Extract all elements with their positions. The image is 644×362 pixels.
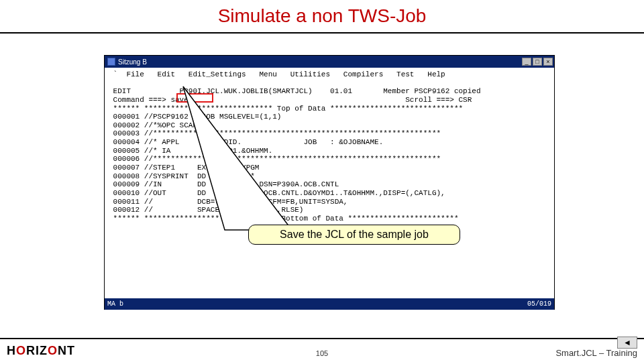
callout-text: Save the JCL of the sample job: [280, 229, 429, 241]
back-button[interactable]: ◄: [617, 337, 637, 349]
page-number: 105: [316, 349, 328, 357]
title-rule: [0, 32, 644, 34]
slide-title: Simulate a non TWS-Job: [0, 5, 644, 27]
highlight-box: [176, 93, 213, 103]
maximize-button[interactable]: □: [533, 58, 542, 66]
terminal-window: Sitzung B _ □ × ` File Edit Edit_Setting…: [104, 55, 555, 310]
terminal-titlebar: Sitzung B _ □ ×: [105, 56, 554, 68]
callout-box: Save the JCL of the sample job: [248, 225, 460, 245]
minimize-button[interactable]: _: [522, 58, 531, 66]
status-left: MA b: [107, 300, 123, 308]
window-title: Sitzung B: [118, 58, 147, 66]
terminal-statusbar: MA b 05/019: [105, 298, 554, 310]
status-right: 05/019: [527, 300, 551, 308]
terminal-content: ` File Edit Edit_Settings Menu Utilities…: [105, 68, 554, 298]
window-icon: [107, 58, 115, 66]
close-button[interactable]: ×: [543, 58, 553, 66]
